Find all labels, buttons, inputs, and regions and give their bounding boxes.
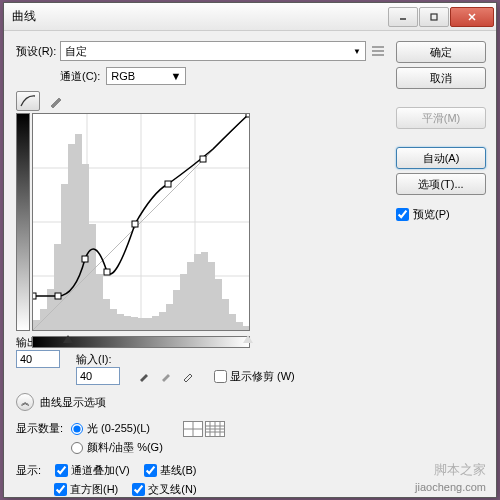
display-options-label: 曲线显示选项 xyxy=(40,395,106,410)
svg-rect-21 xyxy=(89,224,96,330)
input-gradient[interactable] xyxy=(32,336,250,348)
svg-rect-24 xyxy=(110,309,117,330)
input-field[interactable]: 40 xyxy=(76,367,120,385)
intersection-label: 交叉线(N) xyxy=(148,482,196,497)
show-clipping-label: 显示修剪 (W) xyxy=(230,369,295,384)
svg-rect-42 xyxy=(236,322,243,330)
svg-rect-35 xyxy=(187,262,194,330)
smooth-button: 平滑(M) xyxy=(396,107,486,129)
svg-rect-30 xyxy=(152,316,159,330)
svg-rect-32 xyxy=(166,304,173,330)
svg-rect-51 xyxy=(200,156,206,162)
svg-rect-27 xyxy=(131,317,138,330)
show-label: 显示: xyxy=(16,463,41,478)
show-amount-label: 显示数量: xyxy=(16,421,63,436)
eyedropper-black-icon[interactable] xyxy=(134,367,154,385)
histogram-label: 直方图(H) xyxy=(70,482,118,497)
svg-rect-37 xyxy=(201,252,208,330)
watermark-brand: 脚本之家 xyxy=(434,461,486,479)
svg-rect-40 xyxy=(222,299,229,330)
window-title: 曲线 xyxy=(6,8,36,25)
input-label: 输入(I): xyxy=(76,352,111,367)
auto-button[interactable]: 自动(A) xyxy=(396,147,486,169)
pigment-label: 颜料/油墨 %(G) xyxy=(87,440,163,455)
svg-rect-19 xyxy=(75,134,82,330)
grid-coarse-button[interactable] xyxy=(183,421,203,437)
svg-rect-43 xyxy=(243,326,249,330)
collapse-toggle[interactable]: ︽ xyxy=(16,393,34,411)
black-point-slider[interactable] xyxy=(63,335,73,343)
histogram-checkbox[interactable] xyxy=(54,483,67,496)
maximize-button[interactable] xyxy=(419,7,449,27)
preview-checkbox[interactable] xyxy=(396,208,409,221)
show-clipping-checkbox[interactable] xyxy=(214,370,227,383)
svg-rect-16 xyxy=(54,244,61,330)
cancel-button[interactable]: 取消 xyxy=(396,67,486,89)
channel-value: RGB xyxy=(111,70,135,82)
chevron-down-icon: ▼ xyxy=(353,47,361,56)
svg-rect-45 xyxy=(33,293,36,299)
pigment-radio[interactable] xyxy=(71,442,83,454)
pencil-tool-button[interactable] xyxy=(44,91,68,111)
svg-rect-17 xyxy=(61,184,68,330)
svg-rect-39 xyxy=(215,279,222,330)
svg-rect-23 xyxy=(103,299,110,330)
svg-rect-48 xyxy=(104,269,110,275)
titlebar[interactable]: 曲线 xyxy=(4,3,496,31)
svg-rect-31 xyxy=(159,312,166,330)
eyedropper-gray-icon[interactable] xyxy=(156,367,176,385)
svg-rect-20 xyxy=(82,164,89,330)
grid-fine-button[interactable] xyxy=(205,421,225,437)
svg-rect-38 xyxy=(208,262,215,330)
watermark-url: jiaocheng.com xyxy=(415,481,486,493)
baseline-label: 基线(B) xyxy=(160,463,197,478)
svg-rect-34 xyxy=(180,274,187,330)
preset-label: 预设(R): xyxy=(16,44,56,59)
svg-rect-46 xyxy=(55,293,61,299)
preset-select[interactable]: 自定 ▼ xyxy=(60,41,366,61)
output-gradient xyxy=(16,113,30,331)
svg-rect-25 xyxy=(117,314,124,330)
svg-rect-36 xyxy=(194,254,201,330)
svg-rect-47 xyxy=(82,256,88,262)
channel-select[interactable]: RGB ▼ xyxy=(106,67,186,85)
svg-rect-33 xyxy=(173,290,180,330)
preset-menu-icon[interactable] xyxy=(370,44,386,58)
curves-dialog: 曲线 预设(R): 自定 ▼ 通道(C): RGB ▼ xyxy=(3,2,497,498)
svg-rect-49 xyxy=(132,221,138,227)
svg-rect-22 xyxy=(96,274,103,330)
minimize-button[interactable] xyxy=(388,7,418,27)
preview-label: 预览(P) xyxy=(413,207,450,222)
ok-button[interactable]: 确定 xyxy=(396,41,486,63)
chevron-down-icon: ▼ xyxy=(170,70,181,82)
svg-rect-28 xyxy=(138,318,145,330)
svg-rect-41 xyxy=(229,314,236,330)
options-button[interactable]: 选项(T)... xyxy=(396,173,486,195)
channel-overlay-label: 通道叠加(V) xyxy=(71,463,130,478)
channel-overlay-checkbox[interactable] xyxy=(55,464,68,477)
preset-value: 自定 xyxy=(65,44,87,59)
light-label: 光 (0-255)(L) xyxy=(87,421,150,436)
intersection-checkbox[interactable] xyxy=(132,483,145,496)
curves-graph[interactable] xyxy=(32,113,250,331)
close-button[interactable] xyxy=(450,7,494,27)
svg-rect-52 xyxy=(246,114,249,117)
svg-rect-1 xyxy=(431,14,437,20)
svg-rect-29 xyxy=(145,318,152,330)
baseline-checkbox[interactable] xyxy=(144,464,157,477)
output-field[interactable]: 40 xyxy=(16,350,60,368)
eyedropper-white-icon[interactable] xyxy=(178,367,198,385)
white-point-slider[interactable] xyxy=(243,335,253,343)
svg-rect-26 xyxy=(124,316,131,330)
svg-rect-50 xyxy=(165,181,171,187)
light-radio[interactable] xyxy=(71,423,83,435)
curve-tool-button[interactable] xyxy=(16,91,40,111)
svg-rect-18 xyxy=(68,144,75,330)
channel-label: 通道(C): xyxy=(60,69,100,84)
